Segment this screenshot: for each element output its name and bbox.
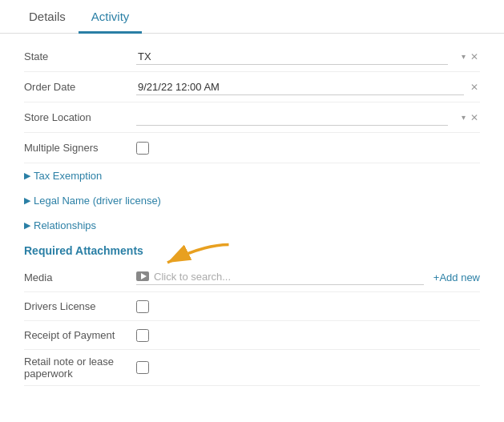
tax-exemption-arrow-icon: ▶	[24, 171, 30, 181]
receipt-of-payment-value	[136, 329, 480, 342]
add-new-button[interactable]: +Add new	[433, 271, 480, 283]
receipt-of-payment-row: Receipt of Payment	[24, 321, 480, 350]
legal-name-arrow-icon: ▶	[24, 195, 30, 206]
order-date-field-row: Order Date ✕	[24, 72, 480, 102]
drivers-license-row: Drivers License	[24, 292, 480, 321]
multiple-signers-checkbox[interactable]	[136, 142, 149, 155]
retail-note-value	[136, 361, 480, 374]
multiple-signers-label: Multiple Signers	[24, 142, 136, 154]
relationships-label: Relationships	[34, 219, 96, 231]
media-label: Media	[24, 271, 136, 283]
main-container: Details Activity State ▾ ✕ Order Date ✕ …	[0, 0, 504, 422]
state-field-row: State ▾ ✕	[24, 42, 480, 72]
orange-arrow-annotation	[160, 239, 232, 274]
tax-exemption-section[interactable]: ▶ Tax Exemption	[0, 163, 504, 188]
multiple-signers-value	[136, 142, 480, 155]
media-play-icon	[136, 271, 149, 281]
receipt-of-payment-checkbox[interactable]	[136, 329, 149, 342]
required-attachments-header: Required Attachments	[0, 238, 504, 263]
receipt-of-payment-label: Receipt of Payment	[24, 329, 136, 341]
state-value: ▾ ✕	[136, 49, 480, 65]
order-date-input[interactable]	[136, 79, 464, 95]
store-location-clear-icon[interactable]: ✕	[470, 112, 478, 123]
state-dropdown-icon[interactable]: ▾	[462, 52, 466, 61]
form-section: State ▾ ✕ Order Date ✕ Store Location ▾ …	[0, 34, 504, 163]
drivers-license-label: Drivers License	[24, 300, 136, 312]
state-clear-icon[interactable]: ✕	[470, 51, 478, 62]
media-row: Media Click to search... +Add new	[24, 263, 480, 292]
drivers-license-value	[136, 300, 480, 313]
store-location-field-row: Store Location ▾ ✕	[24, 102, 480, 133]
order-date-value: ✕	[136, 79, 480, 95]
state-input[interactable]	[136, 49, 448, 65]
retail-note-checkbox[interactable]	[136, 361, 149, 374]
legal-name-label: Legal Name (driver license)	[34, 195, 161, 207]
store-location-input[interactable]	[136, 110, 448, 126]
state-label: State	[24, 50, 136, 62]
relationships-arrow-icon: ▶	[24, 220, 30, 231]
tab-bar: Details Activity	[0, 0, 504, 34]
retail-note-label: Retail note or lease paperwork	[24, 356, 136, 380]
retail-note-row: Retail note or lease paperwork	[24, 350, 480, 386]
store-location-dropdown-icon[interactable]: ▾	[462, 113, 466, 122]
tab-details[interactable]: Details	[16, 0, 79, 34]
relationships-section[interactable]: ▶ Relationships	[0, 213, 504, 238]
store-location-label: Store Location	[24, 111, 136, 123]
tab-activity[interactable]: Activity	[79, 0, 143, 34]
attachment-section: Media Click to search... +Add new Driver…	[0, 263, 504, 386]
tax-exemption-label: Tax Exemption	[34, 170, 102, 182]
order-date-clear-icon[interactable]: ✕	[470, 82, 478, 93]
order-date-label: Order Date	[24, 81, 136, 93]
drivers-license-checkbox[interactable]	[136, 300, 149, 313]
store-location-value: ▾ ✕	[136, 110, 480, 126]
multiple-signers-field-row: Multiple Signers	[24, 133, 480, 163]
required-attachments-label: Required Attachments	[24, 244, 143, 257]
legal-name-section[interactable]: ▶ Legal Name (driver license)	[0, 188, 504, 213]
